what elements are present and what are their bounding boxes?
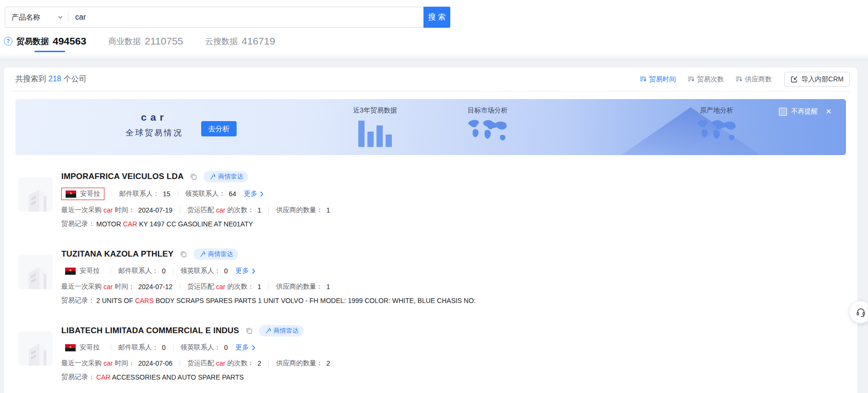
record-post: BODY SCRAPS SPARES PARTS 1 UNIT VOLVO - … <box>154 297 476 304</box>
divider <box>111 344 111 351</box>
company-card: LIBATECH LIMITADA COMMERCIAL E INDUS <box>18 325 857 382</box>
data-tabs: ? 贸易数据 494563 商业数据 2110755 云搜数据 416719 <box>0 28 868 47</box>
match-label-post: 的次数： <box>228 359 254 368</box>
email-contacts-label: 邮件联系人： <box>118 343 159 352</box>
purchase-label-pre: 最近一次采购 <box>61 282 102 291</box>
world-map-icon <box>694 118 740 146</box>
tab-label: 贸易数据 <box>16 36 49 47</box>
trade-record-label: 贸易记录： <box>61 373 95 382</box>
trade-record-label: 贸易记录： <box>61 296 95 305</box>
tab-trade-data[interactable]: ? 贸易数据 494563 <box>4 35 86 47</box>
angola-flag-icon: ✶ <box>66 191 76 198</box>
company-name[interactable]: LIBATECH LIMITADA COMMERCIAL E INDUS <box>61 326 239 336</box>
country-tag: ✶ 安哥拉 <box>61 265 103 277</box>
supplier-label: 供应商的数量： <box>276 359 323 368</box>
copy-icon[interactable] <box>245 327 253 335</box>
analyze-button[interactable]: 去分析 <box>201 121 237 136</box>
email-contacts-label: 邮件联系人： <box>119 190 160 198</box>
record-pre: 2 UNITS OF <box>96 297 135 304</box>
result-count: 218 <box>48 75 61 83</box>
copy-icon[interactable] <box>180 250 187 258</box>
chevron-right-icon <box>251 268 257 274</box>
customer-service-button[interactable] <box>850 301 868 323</box>
company-thumbnail[interactable] <box>18 255 53 289</box>
more-link[interactable]: 更多 <box>244 190 265 198</box>
tab-count: 416719 <box>241 35 275 47</box>
sort-descending-icon <box>640 76 647 83</box>
search-category-select[interactable]: 产品名称 <box>5 7 68 27</box>
more-label: 更多 <box>236 267 249 275</box>
result-prefix: 共搜索到 <box>15 75 46 83</box>
building-icon <box>22 261 49 289</box>
header-shadow <box>0 54 868 61</box>
results-panel: 共搜索到218个公司 贸易时间 贸易次数 <box>4 67 857 393</box>
country-tag-highlighted[interactable]: ✶ 安哥拉 <box>61 188 104 200</box>
divider <box>268 283 269 290</box>
supplier-label: 供应商的数量： <box>276 206 323 214</box>
banner-column-origin: 原产地分析 <box>681 106 753 148</box>
sort-supplier-count[interactable]: 供应商数 <box>735 75 772 84</box>
trade-record-text: 2 UNITS OF CARS BODY SCRAPS SPARES PARTS… <box>96 297 476 304</box>
search-bar: 产品名称 搜 索 <box>5 7 450 28</box>
tab-label: 云搜数据 <box>205 36 238 47</box>
search-input[interactable] <box>69 7 450 27</box>
keyword-highlight: car <box>103 359 113 367</box>
chevron-right-icon <box>251 345 257 351</box>
sort-trade-time[interactable]: 贸易时间 <box>640 75 676 84</box>
banner-column-label: 原产地分析 <box>681 106 753 115</box>
company-card: IMPORAFRICA VEICULOS LDA <box>18 171 857 228</box>
tab-business-data[interactable]: 商业数据 2110755 <box>108 35 183 47</box>
company-thumbnail[interactable] <box>18 331 53 366</box>
radar-icon <box>199 251 206 258</box>
divider <box>112 191 112 197</box>
banner-column-label: 近3年贸易数据 <box>339 106 411 115</box>
keyword-highlight: car <box>216 283 225 291</box>
search-button[interactable]: 搜 索 <box>423 7 450 28</box>
dont-remind-checkbox[interactable] <box>779 108 787 116</box>
more-link[interactable]: 更多 <box>236 267 257 275</box>
country-name: 安哥拉 <box>80 343 100 352</box>
tab-count: 494563 <box>53 35 86 47</box>
email-contacts-count: 0 <box>162 344 166 351</box>
purchase-label-post: 时间： <box>114 282 135 291</box>
business-radar-badge[interactable]: 商情雷达 <box>204 171 248 182</box>
divider <box>173 344 173 351</box>
sort-trade-count[interactable]: 贸易次数 <box>687 75 724 84</box>
more-link[interactable]: 更多 <box>236 343 257 352</box>
purchase-label-post: 时间： <box>114 206 135 214</box>
tab-cloud-search-data[interactable]: 云搜数据 416719 <box>205 35 275 47</box>
match-label-pre: 货运匹配 <box>187 206 214 214</box>
company-name[interactable]: TUZITANA KAZOLA PTHLEY <box>61 249 173 259</box>
question-icon[interactable]: ? <box>4 37 12 45</box>
banner-dismiss-controls: 不再提醒 ✕ <box>779 107 832 116</box>
company-thumbnail[interactable] <box>18 177 53 212</box>
more-label: 更多 <box>244 190 257 198</box>
match-label-pre: 货运匹配 <box>187 359 214 368</box>
match-label-post: 的次数： <box>228 282 254 291</box>
headset-icon <box>856 307 866 317</box>
business-radar-badge[interactable]: 商情雷达 <box>259 325 304 337</box>
radar-icon <box>209 173 216 180</box>
business-radar-badge[interactable]: 商情雷达 <box>194 248 238 260</box>
result-summary: 共搜索到218个公司 <box>15 74 87 84</box>
building-icon <box>22 338 49 366</box>
close-icon[interactable]: ✕ <box>825 107 832 116</box>
match-label-post: 的次数： <box>228 206 254 214</box>
trade-search-page: 产品名称 搜 索 ? 贸易数据 494563 商业数据 2110755 云搜数据… <box>0 0 868 393</box>
copy-icon[interactable] <box>190 173 197 180</box>
linkedin-contacts-count: 0 <box>224 344 228 351</box>
angola-flag-icon: ✶ <box>65 268 76 275</box>
banner-keyword-block: car 全球贸易情况 <box>111 112 197 138</box>
company-name[interactable]: IMPORAFRICA VEICULOS LDA <box>61 172 183 181</box>
match-count: 2 <box>258 359 262 367</box>
trade-record-text: CAR ACCESSORIES AND AUTO SPARE PARTS <box>96 373 244 381</box>
keyword-highlight: car <box>103 206 113 214</box>
trade-analysis-banner: car 全球贸易情况 去分析 近3年贸易数据 目标市场分析 <box>15 99 846 155</box>
import-crm-button[interactable]: 导入内部CRM <box>784 72 850 87</box>
purchase-label-pre: 最近一次采购 <box>61 206 102 214</box>
company-list: IMPORAFRICA VEICULOS LDA <box>4 155 857 382</box>
banner-column-label: 目标市场分析 <box>452 106 524 115</box>
email-contacts-label: 邮件联系人： <box>118 267 159 275</box>
badge-label: 商情雷达 <box>218 172 243 181</box>
badge-label: 商情雷达 <box>274 326 298 335</box>
